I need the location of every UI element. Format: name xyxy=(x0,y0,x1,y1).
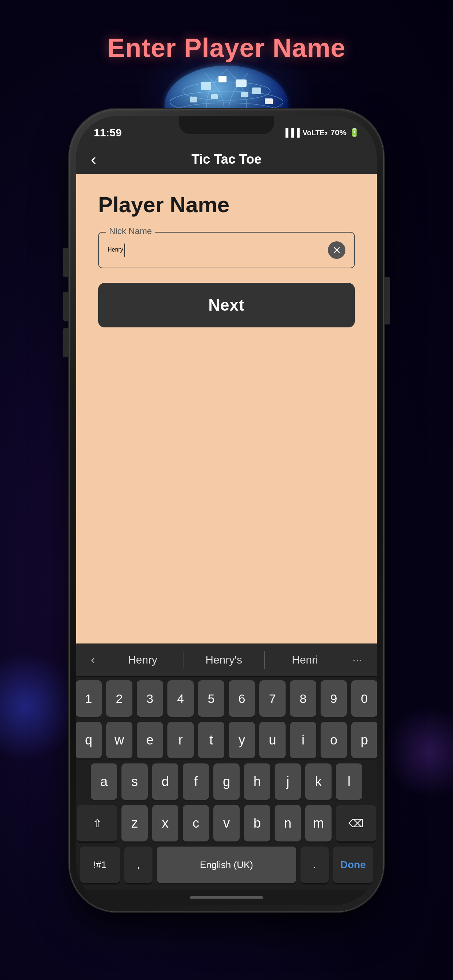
bottom-row: !#1 , English (UK) . Done xyxy=(80,846,373,883)
keyboard: 1 2 3 4 5 6 7 8 9 0 q w xyxy=(76,677,377,890)
next-button[interactable]: Next xyxy=(98,283,355,328)
status-icons: ▐▐▐ VoLTE₂ 70% 🔋 xyxy=(283,128,359,137)
nickname-label: Nick Name xyxy=(106,226,155,236)
autocomplete-bar: ‹ Henry Henry's Henri ··· xyxy=(76,643,377,677)
bg-glow-right xyxy=(384,706,453,798)
bg-glow-left xyxy=(0,652,80,761)
phone-frame: 11:59 ▐▐▐ VoLTE₂ 70% 🔋 ‹ Tic Tac Toe Pla… xyxy=(70,110,383,912)
key-u[interactable]: u xyxy=(259,722,286,758)
key-m[interactable]: m xyxy=(305,805,332,842)
key-i[interactable]: i xyxy=(290,722,316,758)
svg-rect-5 xyxy=(201,82,211,90)
phone-screen: 11:59 ▐▐▐ VoLTE₂ 70% 🔋 ‹ Tic Tac Toe Pla… xyxy=(76,116,377,905)
key-4[interactable]: 4 xyxy=(167,680,194,717)
phone-notch xyxy=(179,116,274,134)
svg-point-1 xyxy=(183,82,270,100)
svg-rect-15 xyxy=(219,76,226,83)
key-o[interactable]: o xyxy=(321,722,347,758)
battery-level: 70% xyxy=(330,128,346,137)
svg-rect-17 xyxy=(265,99,273,104)
space-key[interactable]: English (UK) xyxy=(157,846,297,883)
key-n[interactable]: n xyxy=(274,805,301,842)
key-5[interactable]: 5 xyxy=(198,680,224,717)
autocomplete-word-2[interactable]: Henry's xyxy=(183,651,264,669)
player-name-heading: Player Name xyxy=(98,192,355,217)
svg-rect-6 xyxy=(219,76,226,83)
delete-key[interactable]: ⌫ xyxy=(336,805,376,842)
key-s[interactable]: s xyxy=(121,764,148,800)
key-z[interactable]: z xyxy=(121,805,148,842)
key-a[interactable]: a xyxy=(91,764,117,800)
key-2[interactable]: 2 xyxy=(106,680,132,717)
svg-rect-10 xyxy=(190,97,197,102)
clear-input-button[interactable]: ✕ xyxy=(328,241,345,259)
key-3[interactable]: 3 xyxy=(137,680,163,717)
battery-icon: 🔋 xyxy=(349,128,359,137)
key-6[interactable]: 6 xyxy=(229,680,255,717)
autocomplete-more-button[interactable]: ··· xyxy=(345,651,370,670)
key-d[interactable]: d xyxy=(152,764,179,800)
zxcv-row: ⇧ z x c v b n m ⌫ xyxy=(80,805,373,842)
shift-key[interactable]: ⇧ xyxy=(77,805,117,842)
key-l[interactable]: l xyxy=(336,764,362,800)
svg-rect-12 xyxy=(241,92,248,97)
nickname-input-wrapper[interactable]: Nick Name Henry ✕ xyxy=(98,232,355,268)
svg-rect-9 xyxy=(265,99,273,104)
key-y[interactable]: y xyxy=(229,722,255,758)
key-1[interactable]: 1 xyxy=(76,680,102,717)
key-b[interactable]: b xyxy=(244,805,270,842)
done-key[interactable]: Done xyxy=(333,846,373,883)
number-row: 1 2 3 4 5 6 7 8 9 0 xyxy=(80,680,373,717)
wifi-icon: VoLTE₂ xyxy=(303,128,327,137)
asdf-row: a s d f g h j k l xyxy=(80,764,373,800)
key-t[interactable]: t xyxy=(198,722,224,758)
period-key[interactable]: . xyxy=(301,846,329,883)
key-e[interactable]: e xyxy=(137,722,163,758)
autocomplete-back-icon[interactable]: ‹ xyxy=(83,649,102,670)
nickname-value: Henry xyxy=(108,243,125,257)
key-r[interactable]: r xyxy=(167,722,194,758)
key-j[interactable]: j xyxy=(274,764,301,800)
key-g[interactable]: g xyxy=(214,764,239,800)
key-x[interactable]: x xyxy=(152,805,179,842)
input-field[interactable]: Henry ✕ xyxy=(105,235,348,265)
key-8[interactable]: 8 xyxy=(290,680,316,717)
key-w[interactable]: w xyxy=(106,722,132,758)
key-k[interactable]: k xyxy=(305,764,332,800)
key-9[interactable]: 9 xyxy=(321,680,347,717)
comma-key[interactable]: , xyxy=(124,846,152,883)
text-cursor xyxy=(124,243,125,257)
autocomplete-suggestions: Henry Henry's Henri xyxy=(102,651,345,669)
back-button[interactable]: ‹ xyxy=(91,150,96,169)
key-7[interactable]: 7 xyxy=(259,680,286,717)
key-v[interactable]: v xyxy=(214,805,239,842)
nav-title: Tic Tac Toe xyxy=(191,152,262,167)
nav-bar: ‹ Tic Tac Toe xyxy=(76,145,377,174)
svg-rect-8 xyxy=(252,88,261,94)
key-h[interactable]: h xyxy=(244,764,270,800)
page-title: Enter Player Name xyxy=(107,33,345,63)
status-time: 11:59 xyxy=(94,127,122,139)
svg-rect-11 xyxy=(211,94,218,99)
key-f[interactable]: f xyxy=(183,764,209,800)
svg-rect-16 xyxy=(236,80,247,87)
key-c[interactable]: c xyxy=(183,805,209,842)
key-0[interactable]: 0 xyxy=(351,680,377,717)
autocomplete-word-1[interactable]: Henry xyxy=(102,651,183,669)
key-q[interactable]: q xyxy=(76,722,102,758)
svg-rect-7 xyxy=(236,80,247,87)
main-content: Player Name Nick Name Henry ✕ Next xyxy=(76,174,377,643)
symbols-key[interactable]: !#1 xyxy=(80,846,120,883)
key-p[interactable]: p xyxy=(351,722,377,758)
signal-icon: ▐▐▐ xyxy=(283,128,300,137)
home-bar xyxy=(190,896,263,899)
qwerty-row: q w e r t y u i o p xyxy=(80,722,373,758)
home-indicator xyxy=(76,890,377,905)
autocomplete-word-3[interactable]: Henri xyxy=(265,651,345,669)
